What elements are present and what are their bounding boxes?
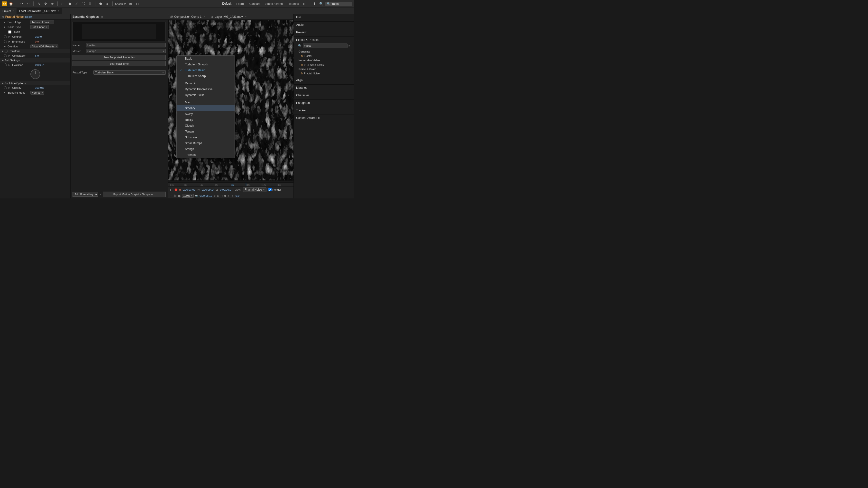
fractal-type-dropdown[interactable]: Turbulent Basic ▼ xyxy=(30,20,54,24)
workspace-tab-standard[interactable]: Standard xyxy=(248,2,261,6)
fractal-type-expand[interactable]: ▶ xyxy=(4,21,6,23)
transform-expand[interactable]: ▶ xyxy=(2,50,4,52)
poster-btn[interactable]: Set Poster Time xyxy=(72,61,166,66)
transform-section[interactable]: ▶ Transform xyxy=(0,49,70,53)
complexity-expand[interactable]: ▶ xyxy=(8,55,10,57)
contrast-value[interactable]: 100.0 xyxy=(35,35,42,38)
project-tab[interactable]: Project × xyxy=(0,8,17,14)
sub-settings-expand[interactable]: ▶ xyxy=(2,59,4,62)
solo-btn[interactable]: Solo Supported Properties xyxy=(72,55,166,60)
project-tab-close[interactable]: × xyxy=(13,10,14,12)
tc2-icon4[interactable]: 📷 xyxy=(195,195,198,197)
tc-icon-2[interactable]: 🔴 xyxy=(175,189,177,191)
shape-btn[interactable]: ◈ xyxy=(105,1,110,6)
layer-close[interactable]: × xyxy=(245,15,247,18)
dd-item-rocky[interactable]: Rocky xyxy=(177,117,235,123)
overflow-dropdown[interactable]: Allow HDR Results ▼ xyxy=(30,44,58,48)
blending-expand[interactable]: ▶ xyxy=(4,91,6,94)
dd-item-strings[interactable]: Strings xyxy=(177,146,235,152)
dd-item-turbulent-basic[interactable]: ✓ Turbulent Basic xyxy=(177,67,235,73)
export-btn[interactable]: Export Motion Graphics Template... xyxy=(103,192,166,197)
comp-scroll-h[interactable] xyxy=(168,181,293,182)
redo-btn[interactable]: ↪ xyxy=(26,1,31,6)
zoom-btn[interactable]: ⊕ xyxy=(50,1,55,6)
dd-item-turbulent-sharp[interactable]: Turbulent Sharp xyxy=(177,73,235,79)
tc-icon-3[interactable]: ■ xyxy=(179,189,181,191)
fractal-type-section-dropdown[interactable]: Turbulent Basic ▼ xyxy=(93,70,166,75)
opacity-expand[interactable]: ▶ xyxy=(8,87,10,89)
ep-fractal-noise-item[interactable]: fx Fractal Noise xyxy=(296,71,352,75)
tc2-icon6[interactable]: ⊞ xyxy=(217,195,219,197)
eg-name-input[interactable] xyxy=(86,43,166,47)
zoom-control[interactable]: 100% ▼ xyxy=(182,194,194,198)
evolution-value[interactable]: 0x+0.0° xyxy=(35,63,44,66)
dd-item-dynamic[interactable]: Dynamic xyxy=(177,80,235,86)
tc2-icon2[interactable]: 🎥 xyxy=(174,195,177,197)
tool5-btn[interactable]: ☲ xyxy=(87,1,93,6)
tool2-btn[interactable]: ⬢ xyxy=(67,1,72,6)
evolution-dial[interactable] xyxy=(30,69,40,79)
dd-item-dynamic-twist[interactable]: Dynamic Twist xyxy=(177,92,235,98)
sub-settings-section[interactable]: ▶ Sub Settings xyxy=(0,58,70,63)
opacity-value[interactable]: 100.0% xyxy=(35,86,44,89)
tool4-btn[interactable]: ⛶ xyxy=(81,1,86,6)
tc2-icon10[interactable]: ⊲ xyxy=(231,195,233,197)
tool3-btn[interactable]: ✐ xyxy=(74,1,79,6)
brightness-value[interactable]: 0.0 xyxy=(35,40,39,43)
invert-checkbox[interactable] xyxy=(8,30,11,34)
tc2-icon5[interactable]: ⊕ xyxy=(214,195,216,197)
tc2-icon7[interactable]: ⬚ xyxy=(220,195,223,197)
home-btn[interactable]: 🏠 xyxy=(8,1,13,6)
dd-item-threads[interactable]: Threads xyxy=(177,152,235,158)
add-formatting-select[interactable]: Add Formatting xyxy=(72,192,98,197)
overflow-expand[interactable]: ▶ xyxy=(4,45,6,48)
dd-item-terrain[interactable]: Terrain xyxy=(177,129,235,134)
tc2-icon8[interactable]: ⬢ xyxy=(224,195,226,197)
workspace-tab-learn[interactable]: Learn xyxy=(235,2,245,6)
dd-item-small-bumps[interactable]: Small Bumps xyxy=(177,140,235,146)
render-checkbox[interactable] xyxy=(269,188,272,191)
effect-controls-close[interactable]: × xyxy=(58,10,59,12)
evolution-expand[interactable]: ▶ xyxy=(8,64,10,66)
ep-vr-fractal-item[interactable]: fx VR Fractal Noise xyxy=(296,63,352,67)
dd-item-cloudy[interactable]: Cloudy xyxy=(177,123,235,129)
mask-btn[interactable]: ⬟ xyxy=(98,1,103,6)
pen-btn[interactable]: ✎ xyxy=(36,1,41,6)
evolution-options-expand[interactable]: ▶ xyxy=(2,82,4,85)
evolution-options-section[interactable]: ▶ Evolution Options xyxy=(0,81,70,85)
search-input[interactable] xyxy=(332,2,351,6)
eg-menu-icon[interactable]: ≡ xyxy=(101,15,103,18)
comp-close[interactable]: × xyxy=(204,15,205,18)
workspace-tab-smallscreen[interactable]: Small Screen xyxy=(265,2,284,6)
grid-btn[interactable]: ⊟ xyxy=(135,1,140,6)
undo-btn[interactable]: ↩ xyxy=(19,1,24,6)
ep-search-input[interactable] xyxy=(303,43,347,48)
noise-type-expand[interactable]: ▶ xyxy=(4,26,6,28)
tool1-btn[interactable]: ⬚ xyxy=(60,1,65,6)
dd-item-swirly[interactable]: Swirly xyxy=(177,111,235,117)
move-btn[interactable]: ✥ xyxy=(43,1,48,6)
brightness-expand[interactable]: ▶ xyxy=(8,40,10,43)
tc2-icon9[interactable]: ⊳ xyxy=(228,195,230,197)
complexity-value[interactable]: 6.0 xyxy=(35,54,39,57)
info-panel-btn[interactable]: ℹ xyxy=(312,1,317,6)
noise-type-dropdown[interactable]: Soft Linear ▼ xyxy=(30,25,49,29)
dd-item-turbulent-smooth[interactable]: Turbulent Smooth xyxy=(177,62,235,67)
eg-master-dropdown[interactable]: Comp 1 ▼ xyxy=(86,49,166,53)
ep-fractal-item[interactable]: fx Fractal xyxy=(296,54,352,58)
dd-item-subscale[interactable]: Subscale xyxy=(177,134,235,140)
search-btn[interactable]: 🔍 xyxy=(318,1,324,6)
reset-btn[interactable]: Reset xyxy=(25,15,32,18)
effect-controls-tab[interactable]: Effect Controls IMG_1431.mov × xyxy=(17,8,62,14)
workspace-tab-libraries[interactable]: Libraries xyxy=(287,2,300,6)
snapping-toggle[interactable]: ⊞ xyxy=(128,1,133,6)
dd-item-basic[interactable]: Basic xyxy=(177,56,235,62)
workspace-tab-default[interactable]: Default xyxy=(221,1,232,6)
workspace-expand-btn[interactable]: » xyxy=(301,1,307,6)
dd-item-max[interactable]: Max xyxy=(177,99,235,105)
contrast-expand[interactable]: ▶ xyxy=(8,35,10,38)
dd-item-dynamic-progressive[interactable]: Dynamic Progressive xyxy=(177,86,235,92)
dd-item-smeary[interactable]: Smeary xyxy=(177,105,235,111)
tc-icon-1[interactable]: ▶| xyxy=(170,189,173,191)
ep-clear-btn[interactable]: × xyxy=(348,44,350,47)
